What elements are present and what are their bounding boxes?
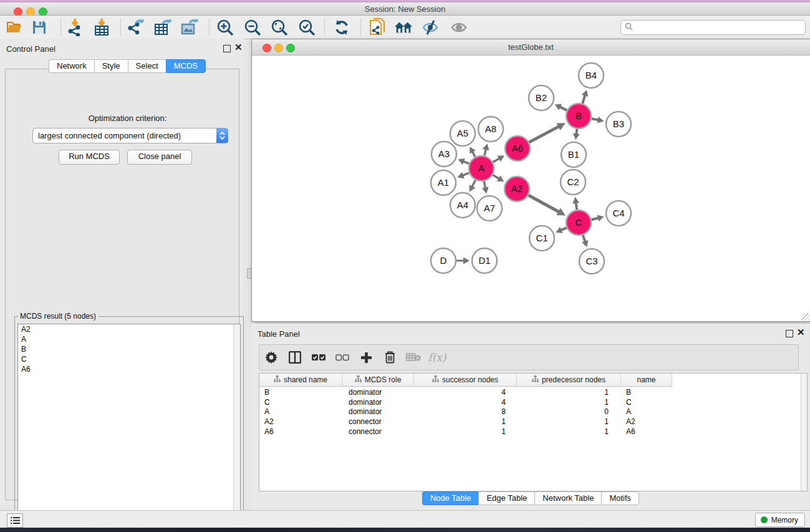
tab-network-table[interactable]: Network Table <box>534 491 601 505</box>
delete-column-trash-icon[interactable] <box>378 345 402 370</box>
result-list-scrollbar[interactable] <box>233 324 240 526</box>
edge-A-A6[interactable] <box>493 156 504 162</box>
mcds-result-item[interactable]: A6 <box>18 364 240 374</box>
table-cell[interactable]: 1 <box>517 397 621 407</box>
table-cell[interactable]: dominator <box>342 397 414 407</box>
export-image-icon[interactable] <box>180 18 199 37</box>
table-row[interactable]: Bdominator41B <box>259 387 672 397</box>
criterion-dropdown[interactable]: largest connected component (directed) <box>32 128 228 143</box>
edge-A-A2[interactable] <box>493 175 504 181</box>
table-cell[interactable]: 0 <box>517 407 621 417</box>
zoom-selected-icon[interactable] <box>297 18 316 37</box>
table-row[interactable]: Cdominator41C <box>259 397 672 407</box>
float-table-panel-icon[interactable] <box>786 330 793 337</box>
table-row[interactable]: Adominator80A <box>259 407 672 417</box>
mcds-result-list[interactable]: A2ABCA6 <box>17 324 241 527</box>
import-table-icon[interactable] <box>92 18 111 37</box>
save-session-icon[interactable] <box>30 18 49 37</box>
add-column-icon[interactable] <box>354 345 378 370</box>
show-graphics-details-icon[interactable] <box>450 18 468 37</box>
node-B1[interactable]: B1 <box>561 142 586 167</box>
table-cell[interactable]: B <box>621 387 672 397</box>
edge-C-C1[interactable] <box>556 227 567 233</box>
edge-C-C3[interactable] <box>582 235 588 247</box>
table-cell[interactable]: 8 <box>414 407 517 417</box>
node-A6[interactable]: A6 <box>505 136 530 161</box>
export-table-icon[interactable] <box>153 18 172 37</box>
node-D1[interactable]: D1 <box>472 248 497 273</box>
edge-A-A8[interactable] <box>483 143 489 155</box>
refresh-icon[interactable] <box>332 18 351 37</box>
node-A5[interactable]: A5 <box>450 121 475 146</box>
table-cell[interactable]: A <box>259 407 342 417</box>
table-row[interactable]: A2connector11A2 <box>259 417 672 427</box>
table-cell[interactable]: 1 <box>414 427 517 437</box>
table-cell[interactable]: 1 <box>517 427 621 437</box>
node-C3[interactable]: C3 <box>579 249 604 274</box>
edge-A-A4[interactable] <box>470 180 476 192</box>
node-A1[interactable]: A1 <box>431 170 456 195</box>
edge-C-C2[interactable] <box>572 197 579 210</box>
table-cell[interactable]: 4 <box>414 387 517 397</box>
column-header-shared-name[interactable]: shared name <box>259 374 342 387</box>
tab-network[interactable]: Network <box>49 59 94 73</box>
node-C[interactable]: C <box>566 210 591 235</box>
node-A2[interactable]: A2 <box>504 177 529 201</box>
zoom-in-icon[interactable] <box>216 18 234 37</box>
home-view-icon[interactable] <box>394 18 413 37</box>
edge-A-A3[interactable] <box>458 158 469 165</box>
node-A8[interactable]: A8 <box>478 117 503 142</box>
table-settings-gear-icon[interactable] <box>259 345 283 370</box>
mcds-result-item[interactable]: A <box>18 334 240 344</box>
close-panel-button[interactable]: Close panel <box>127 150 192 165</box>
node-A4[interactable]: A4 <box>450 193 475 218</box>
table-cell[interactable]: A2 <box>621 417 672 427</box>
window-resize-grip[interactable] <box>802 313 809 321</box>
mcds-result-item[interactable]: C <box>18 354 240 364</box>
node-A3[interactable]: A3 <box>432 142 456 167</box>
tab-edge-table[interactable]: Edge Table <box>478 491 534 505</box>
delete-table-icon[interactable] <box>402 345 425 370</box>
table-cell[interactable]: dominator <box>342 407 414 417</box>
table-cell[interactable]: A2 <box>259 417 342 427</box>
table-scrollbar[interactable] <box>801 374 807 491</box>
hide-graphics-details-icon[interactable] <box>421 18 440 37</box>
edge-A2-C[interactable] <box>528 195 565 215</box>
float-panel-icon[interactable] <box>223 45 231 52</box>
node-A7[interactable]: A7 <box>477 196 502 221</box>
edge-A-A7[interactable] <box>482 181 489 194</box>
toggle-columns-icon[interactable] <box>283 345 307 370</box>
table-cell[interactable]: C <box>621 397 672 407</box>
node-B3[interactable]: B3 <box>606 112 631 137</box>
tab-style[interactable]: Style <box>94 59 128 73</box>
table-cell[interactable]: A6 <box>259 427 342 437</box>
run-mcds-button[interactable]: Run MCDS <box>59 150 120 165</box>
edge-C-C4[interactable] <box>591 215 604 221</box>
open-file-icon[interactable] <box>5 18 24 37</box>
tab-mcds[interactable]: MCDS <box>166 59 206 73</box>
column-header-predecessor-nodes[interactable]: predecessor nodes <box>517 374 621 387</box>
table-cell[interactable]: 1 <box>414 417 517 427</box>
mcds-result-item[interactable]: B <box>18 344 240 354</box>
node-A[interactable]: A <box>469 156 494 181</box>
table-cell[interactable]: 1 <box>517 387 621 397</box>
column-header-successor-nodes[interactable]: successor nodes <box>414 374 517 387</box>
edge-A6-B[interactable] <box>529 123 566 142</box>
table-cell[interactable]: B <box>259 387 342 397</box>
network-canvas[interactable]: B4B2BB3A8A5A6A3B1AA1C2A2A4A7C4CC1C3DD1 <box>252 56 810 321</box>
table-cell[interactable]: C <box>259 397 342 407</box>
edge-B-B3[interactable] <box>592 117 604 123</box>
memory-button[interactable]: Memory <box>755 513 805 527</box>
clone-network-view-icon[interactable] <box>368 18 387 37</box>
show-task-history-button[interactable] <box>7 513 23 528</box>
import-network-icon[interactable] <box>65 18 84 37</box>
node-C4[interactable]: C4 <box>606 201 631 226</box>
edge-A-A5[interactable] <box>470 147 476 157</box>
tab-select[interactable]: Select <box>128 59 166 73</box>
table-cell[interactable]: connector <box>342 417 414 427</box>
edge-B-B1[interactable] <box>573 129 580 140</box>
table-cell[interactable]: A <box>621 407 672 417</box>
tab-node-table[interactable]: Node Table <box>422 491 479 505</box>
node-C1[interactable]: C1 <box>529 226 554 251</box>
mcds-result-item[interactable]: A2 <box>18 324 240 334</box>
